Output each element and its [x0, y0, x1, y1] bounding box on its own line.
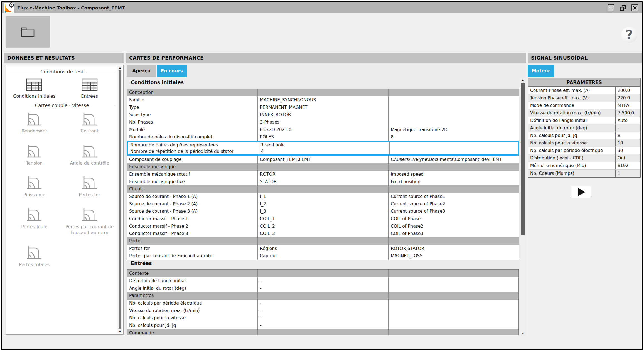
table-row[interactable]: Conductor massif - Phase 1 COIL_1 COIL o…	[127, 215, 519, 223]
cell-value: 3-Phases	[258, 119, 389, 126]
table-row[interactable]: Pertes fer Régions ROTOR,STATOR	[127, 245, 519, 252]
param-value[interactable]: 7 500.0	[616, 109, 640, 117]
table-row[interactable]: Module Flux2D 2021.0 Magnetique Transito…	[127, 126, 519, 133]
cell-value: COIL_3	[258, 230, 389, 237]
map-item[interactable]: Pertes fer	[63, 176, 116, 198]
param-row[interactable]: Tension Phase eff. max. (V) 220.0	[528, 94, 640, 102]
param-row[interactable]: Nb. calculs pour Jd, Jq 8	[528, 132, 640, 139]
param-row[interactable]: Nb. calculs par période électrique 30	[528, 147, 640, 154]
param-label: Distribution (local - CDE)	[528, 154, 616, 162]
table-row[interactable]: Nb. calculs par période électrique -	[127, 300, 518, 307]
map-item[interactable]: Angle de contrôle	[63, 144, 116, 166]
param-value[interactable]: 8	[616, 132, 640, 139]
table-row[interactable]: Vitesse de rotation max. (tr/min) -	[127, 307, 518, 314]
map-item[interactable]: Pertes totales	[8, 246, 61, 268]
table-row[interactable]: Sous-type INNER_ROTOR	[127, 111, 519, 119]
table-row[interactable]: Ensemble mécanique	[127, 163, 519, 171]
center-scrollbar-thumb[interactable]	[521, 83, 525, 235]
scroll-up-icon[interactable]: ▲	[520, 78, 526, 82]
map-item[interactable]: Pertes par courant de Foucault au rotor	[63, 208, 116, 236]
param-value[interactable]: 200.0	[616, 87, 640, 94]
table-row[interactable]: Pertes par courant de Foucault au rotor …	[127, 252, 519, 260]
table-row[interactable]: Conductor massif - Phase 3 COIL_3 COIL o…	[127, 230, 519, 237]
param-row[interactable]: Définition de l'angle initial Auto	[528, 117, 640, 124]
param-value[interactable]: 10	[616, 139, 640, 147]
param-value[interactable]: MTPA	[616, 102, 640, 109]
table-row[interactable]: Commande	[127, 329, 518, 336]
cell-extra	[389, 322, 518, 329]
test-condition-item[interactable]: Entrées	[63, 78, 116, 99]
left-scrollbar[interactable]: ▲ ▼	[117, 66, 122, 333]
table-row[interactable]: Nombre de répétition de la périodicité d…	[127, 148, 519, 156]
param-row[interactable]: Mode de commande MTPA	[528, 102, 640, 109]
run-button[interactable]	[571, 186, 591, 198]
table-row[interactable]: Pertes	[127, 237, 519, 245]
table-row[interactable]: Conception	[127, 89, 519, 96]
param-value[interactable]: 30	[616, 147, 640, 154]
scroll-down-icon[interactable]: ▼	[520, 332, 526, 335]
param-value[interactable]: Oui	[616, 154, 640, 162]
param-label: Nb. calculs par période électrique	[528, 147, 616, 154]
param-row[interactable]: Courant Phase eff. max. (A) 200.0	[528, 87, 640, 94]
table-row[interactable]: Source de courant - Phase 3 (A) I_3 Curr…	[127, 208, 519, 215]
cell-extra	[389, 237, 519, 245]
param-value[interactable]: -	[616, 124, 640, 132]
map-item[interactable]: Courant	[63, 112, 116, 134]
table-row[interactable]: Famille MACHINE_SYNCHRONOUS	[127, 96, 519, 104]
help-icon[interactable]: ?	[621, 27, 637, 43]
cell-property: Ensemble mécanique fixe	[127, 178, 258, 185]
table-row[interactable]: Nombre de paires de pôles représentées 1…	[127, 141, 519, 148]
map-item[interactable]: Puissance	[8, 176, 61, 198]
open-file-button[interactable]	[6, 16, 50, 48]
table-row[interactable]: Composant de couplage Composant_FEMT.FEM…	[127, 156, 519, 163]
cell-extra: Imposed speed	[389, 171, 519, 178]
param-value[interactable]: 1	[616, 170, 640, 177]
map-item[interactable]: Pertes Joule	[8, 208, 61, 236]
test-condition-item[interactable]: Conditions initiales	[8, 78, 61, 99]
tab-en-cours[interactable]: En cours	[157, 65, 187, 77]
param-value[interactable]: Auto	[616, 117, 640, 124]
table-row[interactable]: Ensemble mécanique rotatif ROTOR Imposed…	[127, 171, 519, 178]
table-row[interactable]: Nb. calculs pour Jd, Jq -	[127, 322, 518, 329]
param-value[interactable]: 220.0	[616, 94, 640, 102]
cell-value	[258, 237, 389, 245]
cell-extra: 8	[389, 133, 519, 141]
tab-moteur[interactable]: Moteur	[528, 65, 554, 77]
close-button[interactable]	[631, 4, 638, 11]
map-item[interactable]: Rendement	[8, 112, 61, 134]
table-row[interactable]: Ensemble mécanique fixe STATOR Fixed pos…	[127, 178, 519, 185]
table-row[interactable]: Définition de l'angle initial -	[127, 277, 518, 285]
scroll-up-icon[interactable]: ▲	[117, 66, 122, 70]
map-item[interactable]: Tension	[8, 144, 61, 166]
left-scrollbar-thumb[interactable]	[119, 70, 121, 329]
tab-apercu[interactable]: Aperçu	[127, 65, 156, 77]
param-row[interactable]: Vitesse de rotation max. (tr/min) 7 500.…	[528, 109, 640, 117]
center-scrollbar[interactable]: ▲ ▼	[520, 78, 526, 335]
table-row[interactable]: Source de courant - Phase 1 (A) I_1 Curr…	[127, 193, 519, 200]
restore-button[interactable]	[620, 4, 626, 11]
table-row[interactable]: Conductor massif - Phase 2 COIL_2 COIL o…	[127, 222, 519, 230]
param-value[interactable]: 8192	[616, 162, 640, 169]
table-row[interactable]: Type PERMANENT_MAGNET	[127, 104, 519, 111]
table-icon	[26, 78, 42, 91]
cell-value: COIL_1	[258, 215, 389, 223]
cell-property: Source de courant - Phase 1 (A)	[127, 193, 258, 200]
table-row[interactable]: Nb. calculs pour la vitesse -	[127, 314, 518, 322]
window-controls	[608, 4, 638, 11]
param-row[interactable]: Distribution (local - CDE) Oui	[528, 154, 640, 162]
param-row[interactable]: Nb. calculs pour la vitesse 10	[528, 139, 640, 147]
param-row[interactable]: Angle initial du rotor (deg) -	[528, 124, 640, 132]
title-bar: ⚙ Flux e-Machine Toolbox - Composant_FEM…	[2, 2, 642, 13]
scroll-down-icon[interactable]: ▼	[117, 330, 122, 333]
minimize-button[interactable]	[608, 4, 614, 11]
table-row[interactable]: Nb. Phases 3-Phases	[127, 119, 519, 126]
table-row[interactable]: Angle initial du rotor (deg) -	[127, 284, 518, 292]
table-row[interactable]: Source de courant - Phase 2 (A) I_2 Curr…	[127, 200, 519, 208]
table-row[interactable]: Paramètres	[127, 292, 518, 300]
param-row[interactable]: Nb. Coeurs (Mumps) 1	[528, 170, 640, 177]
table-row[interactable]: Nombre de pôles du dispositif complet PO…	[127, 133, 519, 141]
param-label: Angle initial du rotor (deg)	[528, 124, 616, 132]
table-row[interactable]: Circuit	[127, 185, 519, 193]
table-row[interactable]: Contexte	[127, 270, 518, 277]
param-row[interactable]: Mémoire numérique (Mio) 8192	[528, 162, 640, 170]
